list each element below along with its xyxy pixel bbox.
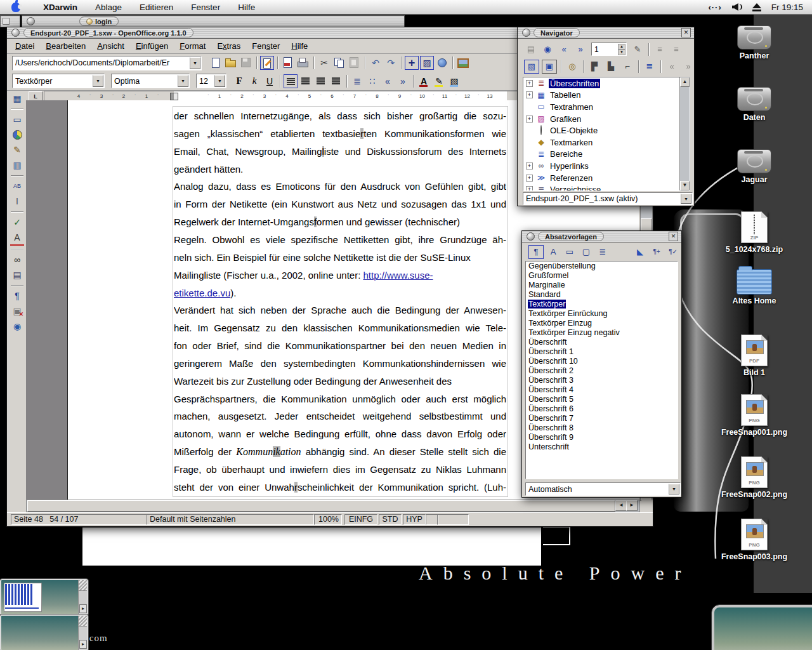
navigator-content-tree[interactable]: +≣Überschriften+▦Tabellen▭Textrahmen+▨Gr… <box>523 77 690 191</box>
menu-bearbeiten[interactable]: Bearbeiten <box>40 40 91 52</box>
expand-icon[interactable]: + <box>526 186 533 191</box>
tree-item-bereiche[interactable]: ≣Bereiche <box>523 149 690 161</box>
bold-button[interactable]: F <box>232 74 246 88</box>
align-left-button[interactable] <box>284 74 298 88</box>
numbering-styles-tab[interactable]: ≣ <box>596 246 610 258</box>
menu-datei[interactable]: Datei <box>10 40 40 52</box>
demote-level-icon[interactable]: » <box>681 60 695 73</box>
dropdown-arrow-icon[interactable]: ▼ <box>93 75 103 87</box>
desktop-icon-freesnap002-png[interactable]: PNGFreeSnap002.png <box>719 456 789 499</box>
desktop-icon-freesnap003-png[interactable]: PNGFreeSnap003.png <box>719 519 789 561</box>
desktop-icon-5-1024x768-zip[interactable]: ZIP5_1024x768.zip <box>719 211 789 254</box>
tree-item-textmarken[interactable]: ◆Textmarken <box>523 136 690 149</box>
new-document-icon[interactable] <box>209 56 223 70</box>
scroll-arrow-icon[interactable]: ▸ <box>79 604 87 613</box>
desktop-icon-daten[interactable]: Daten <box>719 87 789 122</box>
dropdown-arrow-icon[interactable]: ▼ <box>178 75 188 87</box>
save-icon[interactable] <box>239 56 253 70</box>
status-hyperlink-mode[interactable]: HYP <box>403 514 426 525</box>
drag-mode-icon[interactable]: ✎ <box>631 43 645 56</box>
menu-extras[interactable]: Extras <box>211 40 246 52</box>
dropdown-arrow-icon[interactable]: ▼ <box>681 194 691 204</box>
promote-level-icon[interactable]: « <box>665 60 679 73</box>
expand-icon[interactable]: + <box>526 91 533 98</box>
style-item[interactable]: Überschrift <box>526 338 678 347</box>
spellcheck-icon[interactable]: ✓ <box>10 215 24 229</box>
close-button[interactable] <box>27 17 35 25</box>
desktop-icon-jaguar[interactable]: Jaguar <box>719 149 789 184</box>
expand-icon[interactable]: + <box>526 80 533 87</box>
style-item[interactable]: Überschrift 6 <box>526 404 678 414</box>
style-item[interactable]: Überschrift 1 <box>526 347 678 357</box>
style-item[interactable]: Überschrift 3 <box>526 376 678 385</box>
align-justify-button[interactable] <box>329 74 343 88</box>
outline-level-icon[interactable]: ≣ <box>643 60 657 73</box>
hyperlink[interactable]: http://www.suse- <box>363 270 433 281</box>
login-window-titlebar[interactable]: login <box>22 15 405 27</box>
stylist-icon[interactable]: ▨ <box>420 56 434 70</box>
paragraph-styles-tab[interactable]: ¶ <box>528 245 544 259</box>
font-name-combobox[interactable]: Optima ▼ <box>111 74 190 88</box>
style-item[interactable]: Textkörper Einzug negativ <box>526 328 678 338</box>
autospellcheck-icon[interactable]: A <box>10 230 24 246</box>
new-style-from-selection-icon[interactable]: ¶+ <box>650 246 664 258</box>
menu-einfügen[interactable]: Einfügen <box>130 40 174 52</box>
frame-styles-tab[interactable]: ▭ <box>563 246 577 258</box>
next-icon[interactable]: » <box>573 43 587 56</box>
eject-icon[interactable] <box>752 3 761 11</box>
align-right-button[interactable] <box>314 74 328 88</box>
tree-item-grafiken[interactable]: +▨Grafiken <box>523 113 690 125</box>
scroll-up-icon[interactable]: ▲ <box>680 77 690 87</box>
page-number-spinner[interactable]: 1▲▼ <box>591 43 627 56</box>
desktop-icon-panther[interactable]: Panther <box>719 25 789 60</box>
expand-icon[interactable]: + <box>526 162 533 169</box>
ruler-margin-marker[interactable] <box>170 93 178 100</box>
menu-ansicht[interactable]: Ansicht <box>91 40 130 52</box>
style-item[interactable]: Grußformel <box>526 271 678 281</box>
dropdown-arrow-icon[interactable]: ▼ <box>669 484 679 494</box>
mac-menu-editieren[interactable]: Editieren <box>131 3 182 12</box>
highlighting-button[interactable]: ✎ <box>432 74 446 88</box>
mini-window-1[interactable]: ▸ <box>0 579 88 616</box>
collapse-button[interactable] <box>3 18 10 25</box>
stylist-titlebar[interactable]: Absatzvorlagen ✕ <box>522 231 681 242</box>
font-color-button[interactable]: A <box>417 74 431 88</box>
status-selection-mode[interactable]: STD <box>379 514 402 525</box>
character-styles-tab[interactable]: A <box>546 246 560 258</box>
nonprinting-chars-icon[interactable]: ¶ <box>10 289 24 303</box>
gallery-icon[interactable] <box>456 56 470 70</box>
increase-indent-button[interactable]: » <box>396 74 410 88</box>
insert-frame-icon[interactable]: ▭ <box>10 112 24 126</box>
tree-item-textrahmen[interactable]: ▭Textrahmen <box>523 101 690 113</box>
status-insert-mode[interactable]: EINFG <box>344 514 377 525</box>
desktop-icon-bild-1[interactable]: PDFBild 1 <box>719 335 789 377</box>
apple-menu-icon[interactable] <box>11 3 20 12</box>
font-size-combobox[interactable]: 12 ▼ <box>196 74 226 88</box>
undo-icon[interactable]: ↶ <box>369 56 383 70</box>
close-icon[interactable]: ✕ <box>669 232 678 241</box>
insert-table-icon[interactable]: ▦ <box>10 91 24 105</box>
mini-window-2-scrollbar[interactable]: ▸ <box>78 616 87 650</box>
horizontal-scrollbar[interactable]: ◄ ► <box>26 500 640 512</box>
style-item[interactable]: Überschrift 10 <box>526 357 678 366</box>
copy-icon[interactable] <box>332 56 346 70</box>
tree-item-referenzen[interactable]: +≫Referenzen <box>523 172 690 184</box>
style-item[interactable]: Marginalie <box>526 281 678 290</box>
style-item[interactable]: Textkörper <box>526 300 678 309</box>
horizontal-scroll-thumb[interactable] <box>27 500 615 512</box>
navigator-titlebar[interactable]: Navigator ✕ <box>518 27 694 39</box>
anchor-text-icon[interactable]: ⌐ <box>620 60 634 73</box>
scroll-down-icon[interactable]: ▼ <box>680 181 690 190</box>
styles-list[interactable]: GegenüberstellungGrußformelMarginalieSta… <box>525 261 678 479</box>
window-button[interactable] <box>522 29 530 37</box>
hyperlink[interactable]: etikette.de.vu <box>174 288 230 298</box>
tree-item-überschriften[interactable]: +≣Überschriften <box>523 77 690 90</box>
style-item[interactable]: Textkörper Einzug <box>526 319 678 328</box>
form-functions-icon[interactable]: ▥ <box>10 158 24 172</box>
promote-chapter-icon[interactable]: ≡ <box>653 43 667 56</box>
content-view-icon[interactable]: ▣ <box>542 60 557 74</box>
open-icon[interactable] <box>224 56 238 70</box>
desktop-icon-freesnap001-png[interactable]: PNGFreeSnap001.png <box>719 394 789 437</box>
previous-icon[interactable]: « <box>557 43 571 56</box>
paste-icon[interactable] <box>348 56 362 70</box>
